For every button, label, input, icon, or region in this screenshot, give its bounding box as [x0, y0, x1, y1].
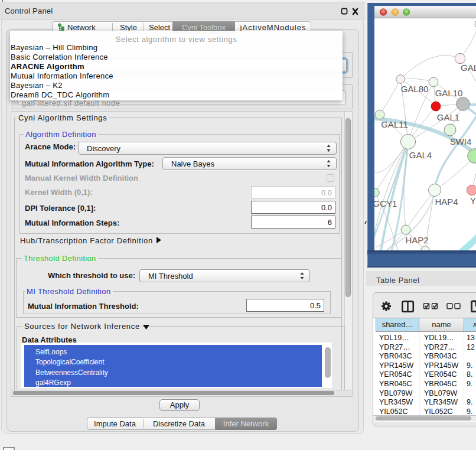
- svg-text:HAP4: HAP4: [435, 197, 458, 207]
- svg-text:GAL10: GAL10: [435, 88, 463, 98]
- svg-text:GAL11: GAL11: [381, 119, 408, 129]
- svg-text:HAP2: HAP2: [405, 235, 428, 245]
- svg-text:GAL1: GAL1: [437, 112, 459, 122]
- svg-text:GAL80: GAL80: [401, 84, 429, 94]
- svg-text:YJ: YJ: [470, 195, 476, 206]
- svg-text:GAL2: GAL2: [461, 63, 476, 73]
- svg-text:SWI4: SWI4: [450, 136, 472, 146]
- svg-text:GAL4: GAL4: [409, 150, 432, 160]
- svg-text:GCY1: GCY1: [374, 198, 397, 208]
